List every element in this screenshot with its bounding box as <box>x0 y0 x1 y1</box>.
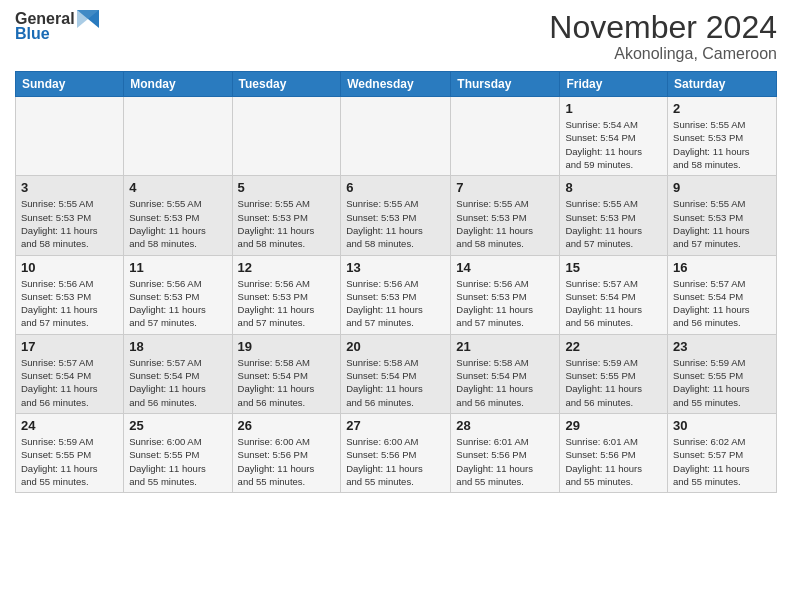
day-number: 15 <box>565 260 662 275</box>
day-number: 29 <box>565 418 662 433</box>
day-info: Sunrise: 5:55 AM Sunset: 5:53 PM Dayligh… <box>673 197 771 250</box>
calendar-cell: 10Sunrise: 5:56 AM Sunset: 5:53 PM Dayli… <box>16 255 124 334</box>
day-info: Sunrise: 5:56 AM Sunset: 5:53 PM Dayligh… <box>346 277 445 330</box>
calendar-cell: 26Sunrise: 6:00 AM Sunset: 5:56 PM Dayli… <box>232 413 341 492</box>
day-number: 2 <box>673 101 771 116</box>
day-info: Sunrise: 5:55 AM Sunset: 5:53 PM Dayligh… <box>238 197 336 250</box>
day-number: 14 <box>456 260 554 275</box>
day-number: 28 <box>456 418 554 433</box>
day-number: 13 <box>346 260 445 275</box>
calendar-cell: 24Sunrise: 5:59 AM Sunset: 5:55 PM Dayli… <box>16 413 124 492</box>
day-number: 5 <box>238 180 336 195</box>
day-number: 1 <box>565 101 662 116</box>
calendar-cell <box>451 97 560 176</box>
calendar-cell: 22Sunrise: 5:59 AM Sunset: 5:55 PM Dayli… <box>560 334 668 413</box>
day-info: Sunrise: 5:55 AM Sunset: 5:53 PM Dayligh… <box>565 197 662 250</box>
day-number: 26 <box>238 418 336 433</box>
day-number: 27 <box>346 418 445 433</box>
calendar-cell: 21Sunrise: 5:58 AM Sunset: 5:54 PM Dayli… <box>451 334 560 413</box>
col-monday: Monday <box>124 72 232 97</box>
logo-blue: Blue <box>15 25 50 43</box>
day-number: 8 <box>565 180 662 195</box>
calendar-week-row: 24Sunrise: 5:59 AM Sunset: 5:55 PM Dayli… <box>16 413 777 492</box>
calendar-cell: 3Sunrise: 5:55 AM Sunset: 5:53 PM Daylig… <box>16 176 124 255</box>
calendar-cell: 5Sunrise: 5:55 AM Sunset: 5:53 PM Daylig… <box>232 176 341 255</box>
calendar-cell: 30Sunrise: 6:02 AM Sunset: 5:57 PM Dayli… <box>668 413 777 492</box>
calendar-cell: 20Sunrise: 5:58 AM Sunset: 5:54 PM Dayli… <box>341 334 451 413</box>
day-number: 24 <box>21 418 118 433</box>
calendar-cell: 19Sunrise: 5:58 AM Sunset: 5:54 PM Dayli… <box>232 334 341 413</box>
day-number: 19 <box>238 339 336 354</box>
day-number: 23 <box>673 339 771 354</box>
day-number: 21 <box>456 339 554 354</box>
day-number: 10 <box>21 260 118 275</box>
logo-triangle-icon <box>77 10 99 28</box>
page: General Blue November 2024 Akonolinga, C… <box>0 0 792 612</box>
calendar-header: Sunday Monday Tuesday Wednesday Thursday… <box>16 72 777 97</box>
day-info: Sunrise: 5:55 AM Sunset: 5:53 PM Dayligh… <box>346 197 445 250</box>
calendar-cell: 15Sunrise: 5:57 AM Sunset: 5:54 PM Dayli… <box>560 255 668 334</box>
header: General Blue November 2024 Akonolinga, C… <box>15 10 777 63</box>
calendar-cell: 13Sunrise: 5:56 AM Sunset: 5:53 PM Dayli… <box>341 255 451 334</box>
calendar-cell: 6Sunrise: 5:55 AM Sunset: 5:53 PM Daylig… <box>341 176 451 255</box>
day-info: Sunrise: 5:55 AM Sunset: 5:53 PM Dayligh… <box>129 197 226 250</box>
col-tuesday: Tuesday <box>232 72 341 97</box>
calendar-subtitle: Akonolinga, Cameroon <box>549 45 777 63</box>
day-info: Sunrise: 5:57 AM Sunset: 5:54 PM Dayligh… <box>129 356 226 409</box>
calendar-cell: 27Sunrise: 6:00 AM Sunset: 5:56 PM Dayli… <box>341 413 451 492</box>
calendar-cell: 25Sunrise: 6:00 AM Sunset: 5:55 PM Dayli… <box>124 413 232 492</box>
day-number: 3 <box>21 180 118 195</box>
day-info: Sunrise: 5:59 AM Sunset: 5:55 PM Dayligh… <box>21 435 118 488</box>
day-info: Sunrise: 5:56 AM Sunset: 5:53 PM Dayligh… <box>129 277 226 330</box>
day-info: Sunrise: 6:00 AM Sunset: 5:56 PM Dayligh… <box>238 435 336 488</box>
day-info: Sunrise: 5:57 AM Sunset: 5:54 PM Dayligh… <box>21 356 118 409</box>
day-info: Sunrise: 5:55 AM Sunset: 5:53 PM Dayligh… <box>21 197 118 250</box>
day-number: 11 <box>129 260 226 275</box>
calendar-cell: 4Sunrise: 5:55 AM Sunset: 5:53 PM Daylig… <box>124 176 232 255</box>
col-wednesday: Wednesday <box>341 72 451 97</box>
calendar-cell: 28Sunrise: 6:01 AM Sunset: 5:56 PM Dayli… <box>451 413 560 492</box>
day-number: 25 <box>129 418 226 433</box>
day-info: Sunrise: 5:55 AM Sunset: 5:53 PM Dayligh… <box>456 197 554 250</box>
day-info: Sunrise: 5:58 AM Sunset: 5:54 PM Dayligh… <box>238 356 336 409</box>
day-number: 22 <box>565 339 662 354</box>
calendar-cell: 12Sunrise: 5:56 AM Sunset: 5:53 PM Dayli… <box>232 255 341 334</box>
header-row: Sunday Monday Tuesday Wednesday Thursday… <box>16 72 777 97</box>
day-info: Sunrise: 5:59 AM Sunset: 5:55 PM Dayligh… <box>565 356 662 409</box>
day-number: 12 <box>238 260 336 275</box>
calendar-cell: 18Sunrise: 5:57 AM Sunset: 5:54 PM Dayli… <box>124 334 232 413</box>
day-info: Sunrise: 6:02 AM Sunset: 5:57 PM Dayligh… <box>673 435 771 488</box>
calendar-cell <box>124 97 232 176</box>
calendar-cell: 29Sunrise: 6:01 AM Sunset: 5:56 PM Dayli… <box>560 413 668 492</box>
calendar-cell: 2Sunrise: 5:55 AM Sunset: 5:53 PM Daylig… <box>668 97 777 176</box>
day-number: 30 <box>673 418 771 433</box>
day-info: Sunrise: 5:58 AM Sunset: 5:54 PM Dayligh… <box>456 356 554 409</box>
day-info: Sunrise: 6:00 AM Sunset: 5:55 PM Dayligh… <box>129 435 226 488</box>
day-info: Sunrise: 5:56 AM Sunset: 5:53 PM Dayligh… <box>21 277 118 330</box>
calendar-cell: 14Sunrise: 5:56 AM Sunset: 5:53 PM Dayli… <box>451 255 560 334</box>
calendar-cell: 1Sunrise: 5:54 AM Sunset: 5:54 PM Daylig… <box>560 97 668 176</box>
day-number: 6 <box>346 180 445 195</box>
calendar-week-row: 1Sunrise: 5:54 AM Sunset: 5:54 PM Daylig… <box>16 97 777 176</box>
day-info: Sunrise: 5:58 AM Sunset: 5:54 PM Dayligh… <box>346 356 445 409</box>
calendar-week-row: 17Sunrise: 5:57 AM Sunset: 5:54 PM Dayli… <box>16 334 777 413</box>
day-info: Sunrise: 6:01 AM Sunset: 5:56 PM Dayligh… <box>565 435 662 488</box>
day-number: 4 <box>129 180 226 195</box>
calendar-cell: 7Sunrise: 5:55 AM Sunset: 5:53 PM Daylig… <box>451 176 560 255</box>
calendar-body: 1Sunrise: 5:54 AM Sunset: 5:54 PM Daylig… <box>16 97 777 493</box>
day-number: 20 <box>346 339 445 354</box>
calendar-title: November 2024 <box>549 10 777 45</box>
calendar-cell: 23Sunrise: 5:59 AM Sunset: 5:55 PM Dayli… <box>668 334 777 413</box>
col-sunday: Sunday <box>16 72 124 97</box>
calendar-cell <box>232 97 341 176</box>
calendar-cell: 16Sunrise: 5:57 AM Sunset: 5:54 PM Dayli… <box>668 255 777 334</box>
day-info: Sunrise: 5:59 AM Sunset: 5:55 PM Dayligh… <box>673 356 771 409</box>
day-info: Sunrise: 6:01 AM Sunset: 5:56 PM Dayligh… <box>456 435 554 488</box>
day-info: Sunrise: 5:54 AM Sunset: 5:54 PM Dayligh… <box>565 118 662 171</box>
day-info: Sunrise: 5:56 AM Sunset: 5:53 PM Dayligh… <box>238 277 336 330</box>
col-friday: Friday <box>560 72 668 97</box>
col-saturday: Saturday <box>668 72 777 97</box>
logo: General Blue <box>15 10 99 43</box>
day-number: 9 <box>673 180 771 195</box>
title-block: November 2024 Akonolinga, Cameroon <box>549 10 777 63</box>
